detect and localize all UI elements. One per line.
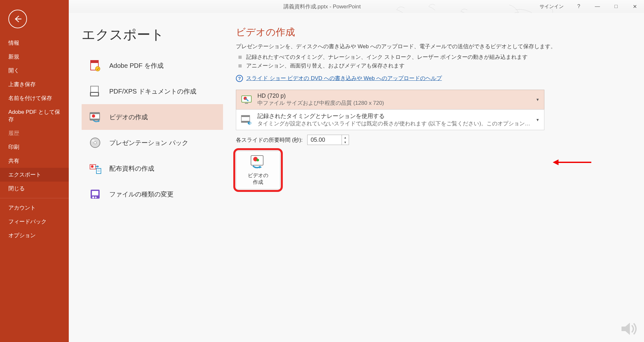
- main-content: エクスポート Adobe PDF を作成PDF/XPS ドキュメントの作成ビデオ…: [69, 13, 644, 342]
- page-title: エクスポート: [82, 26, 223, 44]
- nav-bottom-item-1[interactable]: フィードバック: [0, 215, 69, 229]
- bullet-item: アニメーション、画面切り替え、およびメディアも保存されます: [238, 62, 631, 69]
- nav-bottom-item-2[interactable]: オプション: [0, 229, 69, 242]
- spinner-down-icon[interactable]: ▼: [342, 140, 349, 145]
- export-option-icon: [88, 161, 102, 176]
- help-button[interactable]: ?: [569, 0, 588, 13]
- video-settings-pane: ビデオの作成 プレゼンテーションを、ディスクへの書き込みや Web へのアップロ…: [223, 26, 644, 342]
- export-option-label: ビデオの作成: [109, 113, 148, 122]
- svg-point-12: [92, 140, 95, 142]
- export-option-label: ファイルの種類の変更: [109, 190, 174, 199]
- nav-item-2[interactable]: 開く: [0, 64, 69, 77]
- help-row: ? スライド ショー ビデオの DVD への書き込みや Web へのアップロード…: [236, 75, 631, 82]
- bullet-text: アニメーション、画面切り替え、およびメディアも保存されます: [246, 62, 405, 69]
- title-bar: 講義資料作成.pptx - PowerPoint サインイン ? — □ ✕: [0, 0, 644, 13]
- svg-point-11: [94, 141, 96, 144]
- create-btn-line1: ビデオの: [248, 173, 268, 178]
- nav-item-0[interactable]: 情報: [0, 36, 69, 50]
- minimize-button[interactable]: —: [588, 0, 607, 13]
- svg-rect-7: [90, 113, 100, 114]
- duration-label: 各スライドの所要時間 (秒):: [236, 136, 303, 144]
- export-option-icon: [88, 187, 102, 201]
- bullet-text: 記録されたすべてのタイミング、ナレーション、インク ストローク、レーザー ポイン…: [246, 53, 528, 61]
- export-option-icon: [88, 59, 102, 73]
- filmstrip-speaker-icon: [241, 114, 252, 126]
- export-option-3[interactable]: プレゼンテーション パック: [82, 130, 223, 156]
- nav-item-5[interactable]: Adobe PDF として保存: [0, 105, 69, 126]
- nav-item-1[interactable]: 新規: [0, 50, 69, 64]
- nav-item-7[interactable]: 印刷: [0, 140, 69, 154]
- svg-rect-8: [90, 119, 100, 120]
- back-button[interactable]: [8, 10, 27, 28]
- chevron-down-icon: ▼: [536, 97, 540, 102]
- svg-rect-1: [91, 60, 98, 63]
- svg-rect-23: [245, 103, 248, 104]
- export-option-label: 配布資料の作成: [109, 164, 154, 173]
- duration-spinner[interactable]: 05.00 ▲▼: [307, 135, 349, 145]
- export-option-1[interactable]: PDF/XPS ドキュメントの作成: [82, 78, 223, 104]
- export-option-icon: [88, 84, 102, 98]
- create-video-icon: [250, 154, 266, 170]
- signin-link[interactable]: サインイン: [534, 4, 569, 10]
- export-option-4[interactable]: 配布資料の作成: [82, 156, 223, 181]
- export-option-2[interactable]: ビデオの作成: [82, 104, 223, 130]
- svg-point-2: [95, 67, 100, 71]
- nav-item-10[interactable]: 閉じる: [0, 182, 69, 195]
- svg-point-20: [92, 196, 94, 198]
- export-option-label: プレゼンテーション パック: [109, 139, 188, 147]
- nav-bottom-item-0[interactable]: アカウント: [0, 201, 69, 215]
- close-button[interactable]: ✕: [625, 0, 644, 13]
- export-option-label: PDF/XPS ドキュメントの作成: [109, 87, 196, 96]
- backstage-sidebar: 情報新規開く上書き保存名前を付けて保存Adobe PDF として保存履歴印刷共有…: [0, 0, 69, 342]
- help-link[interactable]: スライド ショー ビデオの DVD への書き込みや Web へのアップロードのヘ…: [246, 75, 442, 82]
- window-title: 講義資料作成.pptx - PowerPoint: [283, 3, 361, 10]
- timing-narration-dropdown[interactable]: 記録されたタイミングとナレーションを使用する タイミングが設定されていないスライ…: [236, 109, 544, 130]
- export-option-label: Adobe PDF を作成: [109, 61, 164, 70]
- svg-rect-19: [92, 191, 98, 195]
- spinner-up-icon[interactable]: ▲: [342, 135, 349, 140]
- svg-point-9: [92, 114, 95, 118]
- dropdown-title: 記録されたタイミングとナレーションを使用する: [257, 112, 531, 120]
- video-quality-dropdown[interactable]: HD (720 p) 中ファイル サイズおよび中程度の品質 (1280 x 72…: [236, 90, 544, 110]
- export-options-column: エクスポート Adobe PDF を作成PDF/XPS ドキュメントの作成ビデオ…: [82, 26, 223, 342]
- bullet-icon: [238, 64, 242, 68]
- section-description: プレゼンテーションを、ディスクへの書き込みや Web へのアップロード、電子メー…: [236, 43, 631, 50]
- export-option-5[interactable]: ファイルの種類の変更: [82, 181, 223, 207]
- nav-item-3[interactable]: 上書き保存: [0, 77, 69, 91]
- slide-duration-row: 各スライドの所要時間 (秒): 05.00 ▲▼: [236, 135, 631, 145]
- svg-rect-25: [241, 115, 250, 117]
- help-info-icon: ?: [236, 75, 243, 82]
- nav-item-9[interactable]: エクスポート: [0, 168, 69, 182]
- maximize-button[interactable]: □: [607, 0, 625, 13]
- nav-item-8[interactable]: 共有: [0, 154, 69, 168]
- chevron-down-icon: ▼: [536, 118, 540, 122]
- monitor-icon: [241, 94, 252, 105]
- section-heading: ビデオの作成: [236, 26, 631, 39]
- duration-value: 05.00: [311, 137, 325, 143]
- export-option-icon: [88, 136, 102, 150]
- nav-item-4[interactable]: 名前を付けて保存: [0, 91, 69, 105]
- create-video-button[interactable]: ビデオの作成: [236, 151, 280, 189]
- speaker-watermark-icon: [620, 321, 638, 337]
- dropdown-subtitle: タイミングが設定されていないスライドでは既定の長さが使われます (以下をご覧くだ…: [257, 120, 531, 127]
- bullet-icon: [238, 56, 242, 59]
- create-btn-line2: 作成: [253, 179, 263, 185]
- bullet-item: 記録されたすべてのタイミング、ナレーション、インク ストローク、レーザー ポイン…: [238, 53, 631, 61]
- nav-separator: [0, 198, 69, 198]
- svg-rect-5: [91, 93, 98, 95]
- dropdown-title: HD (720 p): [257, 93, 531, 99]
- svg-point-14: [91, 165, 94, 168]
- nav-item-6[interactable]: 履歴: [0, 126, 69, 140]
- dropdown-subtitle: 中ファイル サイズおよび中程度の品質 (1280 x 720): [257, 99, 531, 107]
- svg-point-29: [256, 159, 259, 161]
- svg-rect-15: [96, 168, 101, 174]
- export-option-0[interactable]: Adobe PDF を作成: [82, 53, 223, 78]
- export-option-icon: [88, 110, 102, 124]
